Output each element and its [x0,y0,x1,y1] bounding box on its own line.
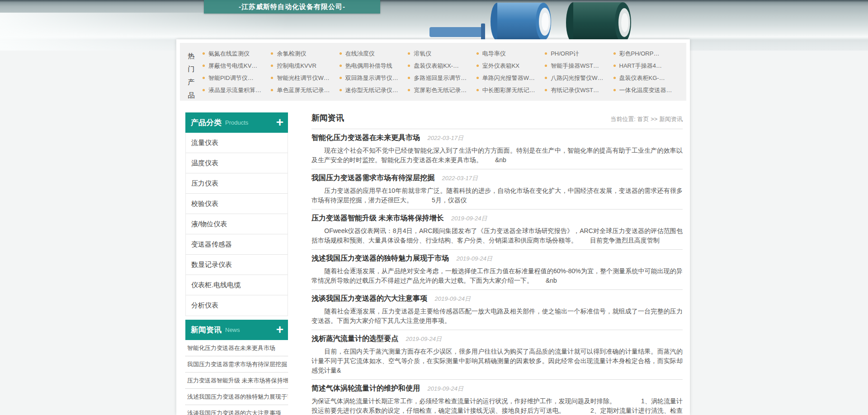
hot-product-link[interactable]: 智能手操器WST… [545,62,613,70]
hot-product-link[interactable]: 余氯检测仪 [271,50,339,58]
hot-product-link[interactable]: 智能PID调节仪… [203,74,271,82]
plus-icon[interactable]: + [276,323,283,336]
hot-product-link[interactable]: 双回路显示调节仪… [340,74,408,82]
category-label: 温度仪表 [191,159,218,168]
hot-product-label: 中长图彩屏无纸记… [482,86,535,94]
sidebar-news-item[interactable]: 压力变送器智能升级 未来市场将保持增长 [185,373,288,389]
hot-product-label: 余氯检测仪 [277,50,306,58]
article-title-link[interactable]: 智能化压力变送器在未来更具市场 [311,133,420,142]
article-title-link[interactable]: 浅析蒸汽流量计的选型要点 [311,334,398,343]
bullet-icon [340,52,342,55]
breadcrumb-current[interactable]: 新闻资讯 [659,116,683,122]
hot-product-link[interactable]: 溶氧仪 [408,50,476,58]
bullet-icon [203,52,205,55]
bullet-icon [340,89,342,91]
hot-product-link[interactable]: 中长图彩屏无纸记… [476,86,545,94]
hot-product-link[interactable]: 控制电缆KVVR [271,62,339,70]
article-summary: 随着社会逐渐发展，压力变送器是主要给传感器匹配一放大电路及相关部件，使之输出一个… [311,307,683,326]
sidebar-news-item[interactable]: 我国压力变送器需求市场有待深层挖掘 [185,356,288,373]
bullet-icon [203,89,205,91]
flow-meter-graphic [429,0,642,45]
hot-product-link[interactable]: 八路闪光报警仪W… [545,74,613,82]
hot-product-label: 多路巡回显示调节… [414,74,467,82]
hot-product-link[interactable]: 单色蓝屏无纸记录… [271,86,339,94]
hot-product-link[interactable]: 单路闪光报警器W… [476,74,545,82]
hot-product-label: 一体化温度变送器… [619,86,672,94]
news-main: 新闻资讯 当前位置: 首页 >> 新闻资讯 智能化压力变送器在未来更具市场 20… [311,112,683,415]
category-item[interactable]: 分析仪表 [186,295,288,316]
hot-product-label: 单色蓝屏无纸记录… [277,86,330,94]
category-item[interactable]: 温度仪表 [186,153,288,173]
hot-product-label: 盘装仪表箱KX-… [414,62,459,70]
article-title-link[interactable]: 简述气体涡轮流量计的维护和使用 [311,384,420,393]
news-article: 浅析蒸汽流量计的选型要点 2019-09-24日 目前，在国内关于蒸汽测量方面存… [311,330,683,380]
bullet-icon [271,77,273,79]
category-item[interactable]: 数显记录仪表 [186,255,288,275]
hot-product-link[interactable]: 盘装仪表箱KX-… [408,62,476,70]
hot-product-link[interactable]: 氨氮在线监测仪 [203,50,271,58]
article-title-link[interactable]: 压力变送器智能升级 未来市场将保持增长 [311,214,443,223]
hot-product-label: 室外仪表箱KX [482,62,519,70]
bullet-icon [545,52,547,55]
hot-product-link[interactable]: 热电偶用补偿导线 [340,62,408,70]
hot-product-label: 氨氮在线监测仪 [208,50,250,58]
article-date: 2019-09-24日 [427,385,463,392]
category-item[interactable]: 仪表柜.电线电缆 [186,275,288,295]
category-item[interactable]: 液/物位仪表 [186,214,288,234]
bullet-icon [408,77,410,79]
hot-product-label: 单路闪光报警器W… [482,74,535,82]
category-item[interactable]: 变送器传感器 [186,234,288,255]
hot-product-link[interactable]: 电导率仪 [476,50,545,58]
plus-icon[interactable]: + [276,116,283,129]
bullet-icon [408,65,410,67]
bullet-icon [476,77,479,79]
article-summary: 压力变送器的应用早在10年前就非常广泛。随着科技的进步，自动化市场在变化扩大，中… [311,186,683,205]
breadcrumb-home-link[interactable]: 首页 [637,116,649,122]
category-label: 校验仪表 [191,200,218,208]
sidebar-news-item[interactable]: 浅谈我国压力变送器的六大注意事项 [185,405,288,415]
article-date: 2019-09-24日 [456,255,492,262]
news-article: 浅述我国压力变送器的独特魅力展现于市场 2019-09-24日 随着社会逐渐发展… [311,250,683,290]
category-item[interactable]: 流量仪表 [186,133,288,153]
hot-product-link[interactable]: 有纸记录仪WST… [545,86,613,94]
article-title-link[interactable]: 我国压力变送器需求市场有待深层挖掘 [311,173,434,182]
bullet-icon [271,89,273,91]
hot-product-link[interactable]: 在线浊度仪 [340,50,408,58]
hot-product-link[interactable]: 彩色PH/ORP… [613,50,682,58]
news-article: 简述气体涡轮流量计的维护和使用 2019-09-24日 为保证气体涡轮流量计长期… [311,380,683,415]
category-item[interactable]: 压力仪表 [186,173,288,194]
category-label: 液/物位仪表 [191,220,227,228]
hot-product-link[interactable]: 宽屏彩色无纸记录… [408,86,476,94]
hot-product-label: 盘装仪表柜KG-… [619,74,665,82]
sidebar-news-item[interactable]: 浅述我国压力变送器的独特魅力展现于市 [185,389,288,405]
hot-product-link[interactable]: 一体化温度变送器… [613,86,682,94]
hot-product-link[interactable]: 智能光柱调节仪W… [271,74,339,82]
bullet-icon [613,65,616,67]
hot-products-vertical-label: 热门产品 [187,49,195,96]
category-item[interactable]: 校验仪表 [186,194,288,214]
hot-product-link[interactable]: 多路巡回显示调节… [408,74,476,82]
article-title-link[interactable]: 浅谈我国压力变送器的六大注意事项 [311,294,427,303]
bullet-icon [476,65,479,67]
hot-product-link[interactable]: 液晶显示流量积算… [203,86,271,94]
category-label: 分析仪表 [191,301,218,310]
hot-product-link[interactable]: 盘装仪表柜KG-… [613,74,682,82]
hot-product-link[interactable]: PH/ORP计 [545,50,613,58]
hot-product-link[interactable]: 迷你型无纸记录仪… [340,86,408,94]
article-date: 2019-09-24日 [406,336,442,342]
hot-product-link[interactable]: 室外仪表箱KX [476,62,545,70]
news-section-header: 新闻资讯 当前位置: 首页 >> 新闻资讯 [311,112,683,129]
hot-product-link[interactable]: HART手操器4… [613,62,682,70]
sidebar-news-item[interactable]: 智能化压力变送器在未来更具市场 [185,340,288,356]
hot-product-label: HART手操器4… [619,62,662,70]
hot-product-label: 在线浊度仪 [345,50,375,58]
category-label: 仪表柜.电线电缆 [191,281,241,289]
category-label: 数显记录仪表 [191,261,232,269]
hot-product-label: 双回路显示调节仪… [345,74,398,82]
sidebar-news-label: 我国压力变送器需求市场有待深层挖掘 [187,361,287,368]
bullet-icon [476,52,479,55]
hot-product-label: 溶氧仪 [414,50,431,58]
hot-products-grid: 氨氮在线监测仪 余氯检测仪 在线浊度仪 溶氧仪 [203,47,682,96]
hot-product-link[interactable]: 屏蔽信号电缆KV… [203,62,271,70]
article-title-link[interactable]: 浅述我国压力变送器的独特魅力展现于市场 [311,254,449,263]
